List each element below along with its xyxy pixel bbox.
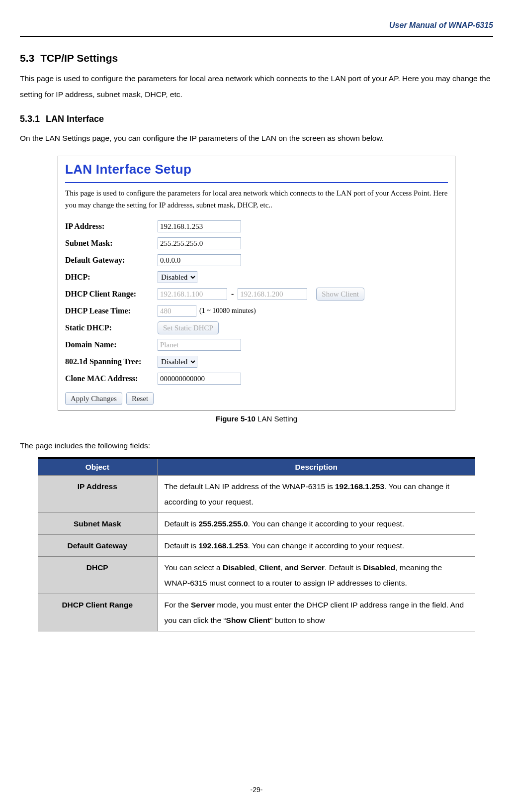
description-cell: For the Server mode, you must enter the … [157, 594, 475, 631]
panel-description: This page is used to configure the param… [65, 187, 448, 211]
subsection-heading: LAN Interface [46, 114, 104, 124]
description-cell: Default is 192.168.1.253. You can change… [157, 535, 475, 557]
section-title: 5.3TCP/IP Settings [20, 51, 493, 65]
section-intro: This page is used to configure the param… [20, 71, 493, 103]
reset-button[interactable]: Reset [126, 392, 154, 405]
object-cell: IP Address [38, 476, 157, 513]
object-cell: DHCP [38, 557, 157, 594]
col-description: Description [157, 458, 475, 476]
figure-text: LAN Setting [257, 414, 297, 423]
label-dhcp-range: DHCP Client Range: [65, 289, 158, 300]
label-domain: Domain Name: [65, 339, 158, 350]
col-object: Object [38, 458, 157, 476]
panel-title: LAN Interface Setup [65, 159, 448, 183]
description-cell: Default is 255.255.255.0. You can change… [157, 513, 475, 535]
subsection-title: 5.3.1LAN Interface [20, 113, 493, 125]
description-cell: The default LAN IP address of the WNAP-6… [157, 476, 475, 513]
apply-changes-button[interactable]: Apply Changes [65, 392, 122, 405]
dhcp-lease-input [158, 305, 196, 317]
lan-setup-panel: LAN Interface Setup This page is used to… [58, 156, 455, 410]
domain-name-input [158, 339, 241, 351]
table-row: Subnet MaskDefault is 255.255.255.0. You… [38, 513, 475, 535]
subsection-intro: On the LAN Settings page, you can config… [20, 130, 493, 147]
header-rule [20, 36, 493, 37]
dhcp-range-start-input [158, 288, 227, 300]
object-cell: Subnet Mask [38, 513, 157, 535]
table-row: DHCP Client RangeFor the Server mode, yo… [38, 594, 475, 631]
show-client-button: Show Client [316, 288, 364, 301]
table-row: Default GatewayDefault is 192.168.1.253.… [38, 535, 475, 557]
range-dash: - [227, 289, 238, 300]
label-subnet: Subnet Mask: [65, 238, 158, 249]
label-static-dhcp: Static DHCP: [65, 322, 158, 333]
figure-label: Figure 5-10 [216, 414, 256, 423]
fields-table: Object Description IP AddressThe default… [38, 457, 475, 632]
section-number: 5.3 [20, 51, 34, 65]
object-cell: DHCP Client Range [38, 594, 157, 631]
set-static-dhcp-button: Set Static DHCP [158, 321, 219, 334]
description-cell: You can select a Disabled, Client, and S… [157, 557, 475, 594]
object-cell: Default Gateway [38, 535, 157, 557]
table-row: DHCPYou can select a Disabled, Client, a… [38, 557, 475, 594]
label-ip: IP Address: [65, 221, 158, 232]
label-lease: DHCP Lease Time: [65, 305, 158, 316]
dhcp-range-end-input [238, 288, 307, 300]
page-number: -29- [0, 785, 513, 795]
lease-hint: (1 ~ 10080 minutes) [199, 306, 256, 316]
doc-header: User Manual of WNAP-6315 [20, 20, 493, 36]
label-clone-mac: Clone MAC Address: [65, 373, 158, 384]
clone-mac-input[interactable] [158, 373, 241, 385]
table-intro: The page includes the following fields: [20, 438, 493, 454]
label-dhcp: DHCP: [65, 272, 158, 283]
section-heading: TCP/IP Settings [40, 52, 118, 64]
table-row: IP AddressThe default LAN IP address of … [38, 476, 475, 513]
subnet-mask-input[interactable] [158, 237, 241, 249]
subsection-number: 5.3.1 [20, 113, 40, 125]
dhcp-select[interactable]: Disabled [158, 271, 197, 283]
default-gateway-input[interactable] [158, 254, 241, 266]
spanning-tree-select[interactable]: Disabled [158, 356, 197, 368]
label-gateway: Default Gateway: [65, 255, 158, 266]
ip-address-input[interactable] [158, 220, 241, 232]
figure-caption: Figure 5-10 LAN Setting [20, 413, 493, 424]
label-spanning: 802.1d Spanning Tree: [65, 356, 158, 367]
